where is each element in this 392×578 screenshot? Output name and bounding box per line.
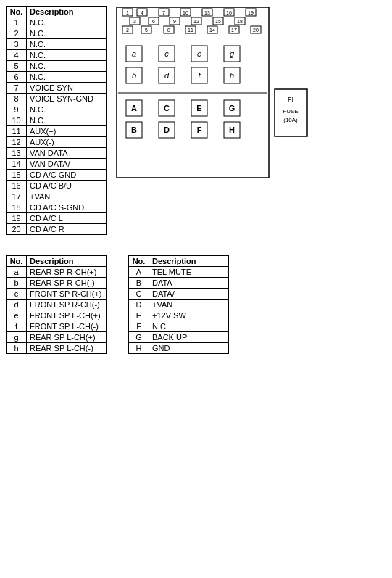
svg-text:1: 1	[126, 10, 129, 15]
pin-table-3: No. Description ATEL MUTEBDATACDATA/D+VA…	[128, 255, 229, 354]
table-row: D+VAN	[129, 300, 229, 310]
pin-description: N.C.	[27, 115, 107, 126]
table-row: 3N.C.	[7, 39, 107, 50]
pin-description: CD A/C B/U	[27, 181, 107, 191]
pin-table-1: No. Description 1N.C.2N.C.3N.C.4N.C.5N.C…	[6, 6, 107, 235]
pin-number: d	[7, 300, 27, 310]
pin-number: 9	[7, 104, 27, 115]
pin-description: N.C.	[149, 321, 229, 332]
pin-number: 18	[7, 202, 27, 213]
pin-description: VOICE SYN	[27, 83, 107, 94]
pin-number: 2	[7, 28, 27, 39]
svg-text:8: 8	[167, 28, 170, 33]
pin-description: AUX(+)	[27, 126, 107, 137]
table-row: bREAR SP R-CH(-)	[7, 278, 107, 289]
pin-number: D	[129, 300, 149, 310]
small-tables-row: No. Description aREAR SP R-CH(+)bREAR SP…	[6, 255, 386, 363]
svg-text:D: D	[164, 125, 170, 134]
pin-description: +VAN	[27, 191, 107, 202]
svg-text:15: 15	[215, 19, 221, 24]
svg-text:h: h	[230, 71, 234, 80]
connector-svg: 1 4 7 10 13 16 19 3 6 9 12 15 18	[115, 6, 311, 180]
table-row: 6N.C.	[7, 72, 107, 83]
table-row: 15CD A/C GND	[7, 170, 107, 181]
pin-description: AUX(-)	[27, 137, 107, 148]
svg-text:F: F	[197, 125, 202, 134]
pin-number: 7	[7, 83, 27, 94]
table-row: 4N.C.	[7, 50, 107, 61]
pin-number: A	[129, 267, 149, 278]
svg-text:e: e	[197, 49, 201, 58]
svg-text:18: 18	[237, 19, 243, 24]
table-row: fFRONT SP L-CH(-)	[7, 321, 107, 332]
svg-text:13: 13	[204, 10, 210, 15]
pin-number: f	[7, 321, 27, 332]
svg-text:B: B	[131, 125, 137, 134]
pin-description: FRONT SP L-CH(-)	[27, 321, 107, 332]
pin-description: REAR SP R-CH(-)	[27, 278, 107, 289]
pin-description: N.C.	[27, 28, 107, 39]
pin-description: REAR SP R-CH(+)	[27, 267, 107, 278]
pin-description: +VAN	[149, 300, 229, 310]
pin-description: DATA/	[149, 289, 229, 300]
table2-header-desc: Description	[27, 256, 107, 267]
table-row: eFRONT SP L-CH(+)	[7, 310, 107, 321]
table-row: 19CD A/C L	[7, 213, 107, 224]
pin-description: GND	[149, 343, 229, 354]
svg-text:C: C	[164, 104, 170, 112]
svg-text:10: 10	[183, 10, 188, 15]
svg-text:G: G	[229, 104, 235, 112]
svg-text:a: a	[132, 49, 136, 58]
table-row: ATEL MUTE	[129, 267, 229, 278]
pin-table-2: No. Description aREAR SP R-CH(+)bREAR SP…	[6, 255, 107, 354]
pin-number: 13	[7, 148, 27, 159]
svg-text:b: b	[132, 71, 136, 80]
svg-text:20: 20	[253, 28, 259, 33]
table-row: 14VAN DATA/	[7, 159, 107, 170]
svg-text:d: d	[164, 71, 170, 80]
svg-text:FUSE: FUSE	[283, 108, 298, 115]
pin-number: a	[7, 267, 27, 278]
pin-number: B	[129, 278, 149, 289]
table3-header-desc: Description	[149, 256, 229, 267]
pin-description: N.C.	[27, 17, 107, 28]
table-row: 17+VAN	[7, 191, 107, 202]
pin-description: CD A/C R	[27, 224, 107, 235]
pin-description: N.C.	[27, 104, 107, 115]
svg-text:14: 14	[209, 28, 215, 33]
svg-text:2: 2	[126, 28, 129, 33]
svg-text:19: 19	[248, 10, 254, 15]
table-row: 12AUX(-)	[7, 137, 107, 148]
pin-description: N.C.	[27, 50, 107, 61]
pin-number: 5	[7, 61, 27, 72]
pin-description: N.C.	[27, 39, 107, 50]
svg-text:17: 17	[231, 28, 237, 33]
pin-number: 15	[7, 170, 27, 181]
pin-description: N.C.	[27, 61, 107, 72]
svg-text:6: 6	[152, 19, 155, 24]
svg-text:12: 12	[193, 19, 199, 24]
pin-number: 19	[7, 213, 27, 224]
pin-number: 1	[7, 17, 27, 28]
table-row: 5N.C.	[7, 61, 107, 72]
pin-number: 16	[7, 181, 27, 191]
svg-text:E: E	[196, 104, 201, 112]
pin-description: TEL MUTE	[149, 267, 229, 278]
svg-text:g: g	[230, 49, 235, 58]
table-row: 11AUX(+)	[7, 126, 107, 137]
svg-text:c: c	[164, 49, 169, 58]
table-row: 2N.C.	[7, 28, 107, 39]
pin-number: h	[7, 343, 27, 354]
svg-text:16: 16	[226, 10, 232, 15]
table1-header-no: No.	[7, 7, 27, 17]
pin-number: 4	[7, 50, 27, 61]
table-row: BDATA	[129, 278, 229, 289]
pin-description: +12V SW	[149, 310, 229, 321]
table-row: 16CD A/C B/U	[7, 181, 107, 191]
pin-description: N.C.	[27, 72, 107, 83]
pin-description: REAR SP L-CH(+)	[27, 332, 107, 343]
pin-number: 11	[7, 126, 27, 137]
main-content-row: No. Description 1N.C.2N.C.3N.C.4N.C.5N.C…	[6, 6, 386, 244]
table1-header-desc: Description	[27, 7, 107, 17]
table2-header-no: No.	[7, 256, 27, 267]
